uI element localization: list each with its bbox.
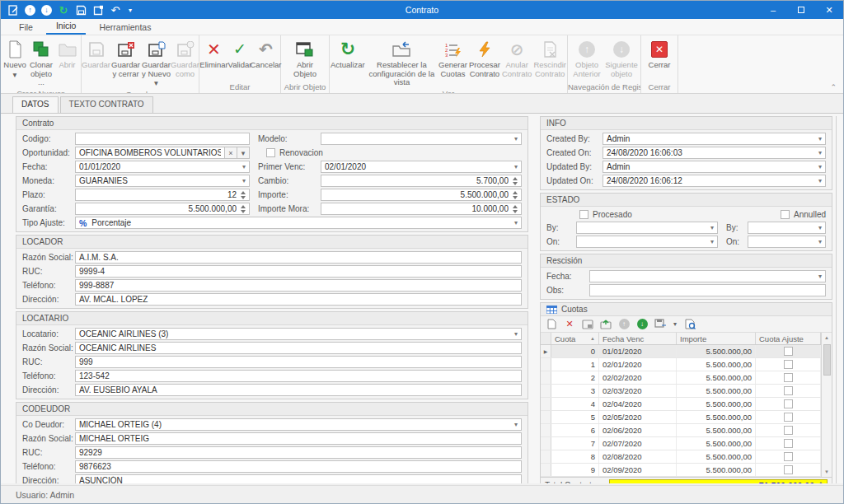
cuota-row[interactable]: 4 02/04/2020 5.500.000,00 bbox=[541, 398, 821, 411]
cuota-row[interactable]: 8 02/08/2020 5.500.000,00 bbox=[541, 450, 821, 464]
locador-ruc-input[interactable]: 9999-4 bbox=[75, 265, 522, 278]
row-selector[interactable] bbox=[541, 358, 551, 371]
cuota-row[interactable]: 7 02/07/2020 5.500.000,00 bbox=[541, 437, 821, 450]
procesado-on-field[interactable]: ▾ bbox=[576, 236, 718, 248]
rescindir-contrato-button[interactable]: Rescindir Contrato bbox=[532, 38, 567, 79]
row-selector[interactable] bbox=[541, 464, 551, 476]
generar-cuotas-button[interactable]: 123 Generar Cuotas bbox=[438, 38, 468, 79]
importe-input[interactable]: 5.500.000,00 bbox=[321, 189, 522, 201]
spinner-icon[interactable] bbox=[513, 191, 518, 199]
move-down-icon[interactable]: ↓ bbox=[635, 318, 649, 331]
updated-by-field[interactable]: Admin▾ bbox=[603, 161, 826, 173]
abrir-button[interactable]: Abrir bbox=[55, 38, 80, 71]
cancelar-button[interactable]: ↶ Cancelar bbox=[252, 38, 279, 71]
annulled-on-field[interactable]: ▾ bbox=[748, 236, 826, 248]
cuota-ajuste-checkbox[interactable] bbox=[784, 465, 793, 474]
row-selector[interactable] bbox=[541, 385, 551, 397]
minimize-button[interactable]: – bbox=[759, 1, 787, 19]
locatario-razon-social-input[interactable]: OCEANIC AIRLINES bbox=[75, 342, 522, 354]
co-deudor-select[interactable]: MICHAEL ORTEIG (4)▾ bbox=[75, 418, 522, 431]
objeto-anterior-button[interactable]: ↑ Objeto Anterior bbox=[570, 38, 604, 79]
scroll-thumb[interactable] bbox=[823, 344, 831, 376]
renovacion-checkbox[interactable] bbox=[266, 148, 275, 157]
new-row-icon[interactable] bbox=[545, 318, 558, 331]
codeudor-telefono-input[interactable]: 9876623 bbox=[75, 460, 522, 473]
locatario-direccion-input[interactable]: AV. EUSEBIO AYALA bbox=[75, 384, 522, 396]
oportunidad-input[interactable]: OFICINA BOMBEROS VOLUNTARIOS - GS 5.5... bbox=[75, 147, 225, 159]
cuota-ajuste-checkbox[interactable] bbox=[784, 386, 793, 395]
locador-telefono-input[interactable]: 999-8887 bbox=[75, 279, 522, 292]
cuota-ajuste-checkbox[interactable] bbox=[784, 373, 793, 382]
cuota-ajuste-checkbox[interactable] bbox=[784, 426, 793, 435]
restablecer-vista-button[interactable]: Restablecer la configuración de la vista bbox=[366, 38, 438, 88]
column-header-cuota[interactable]: Cuota▲ bbox=[551, 333, 599, 344]
cuota-ajuste-checkbox[interactable] bbox=[784, 360, 793, 369]
annulled-checkbox[interactable] bbox=[781, 210, 790, 219]
garantia-input[interactable]: 5.500.000,00 bbox=[75, 203, 250, 215]
abrir-objeto-button[interactable]: Abrir Objeto bbox=[286, 38, 324, 79]
guardar-button[interactable]: Guardar bbox=[82, 38, 110, 71]
row-selector[interactable] bbox=[541, 450, 551, 463]
guardar-y-nuevo-button[interactable]: Guardar y Nuevo ▾ bbox=[141, 38, 171, 89]
eliminar-button[interactable]: ✕ Eliminar bbox=[200, 38, 227, 71]
row-selector[interactable] bbox=[541, 371, 551, 384]
validar-button[interactable]: ✓ Validar bbox=[227, 38, 252, 71]
locatario-select[interactable]: OCEANIC AIRLINES (3)▾ bbox=[75, 328, 522, 340]
scroll-down-icon[interactable]: ▼ bbox=[824, 467, 829, 477]
open-in-window-icon[interactable] bbox=[599, 318, 612, 331]
next-record-icon[interactable]: ↓ bbox=[41, 5, 52, 16]
cuota-row[interactable]: 3 02/03/2020 5.500.000,00 bbox=[541, 385, 821, 398]
cerrar-button[interactable]: ✕ Cerrar bbox=[644, 38, 675, 71]
importe-mora-input[interactable]: 10.000,00 bbox=[321, 203, 522, 215]
annulled-by-field[interactable]: ▾ bbox=[748, 222, 826, 234]
tab-datos[interactable]: DATOS bbox=[12, 96, 59, 113]
spinner-icon[interactable] bbox=[241, 191, 246, 199]
locatario-ruc-input[interactable]: 999 bbox=[75, 356, 522, 368]
ribbon-collapse-icon[interactable]: ⌃ bbox=[830, 83, 837, 91]
scroll-up-icon[interactable]: ▲ bbox=[824, 333, 829, 343]
cuota-ajuste-checkbox[interactable] bbox=[784, 399, 793, 408]
row-selector[interactable]: ▶ bbox=[541, 345, 551, 357]
plazo-input[interactable]: 12 bbox=[75, 189, 250, 201]
menu-inicio[interactable]: Inicio bbox=[46, 19, 87, 35]
cuota-row[interactable]: 6 02/06/2020 5.500.000,00 bbox=[541, 424, 821, 437]
move-up-icon[interactable]: ↑ bbox=[617, 318, 631, 331]
modelo-select[interactable]: ▾ bbox=[321, 133, 522, 145]
menu-herramientas[interactable]: Herramientas bbox=[89, 21, 161, 35]
cuota-row[interactable]: ▶ 0 01/01/2020 5.500.000,00 bbox=[541, 345, 821, 358]
procesado-by-field[interactable]: ▾ bbox=[576, 222, 718, 234]
row-selector[interactable] bbox=[541, 437, 551, 450]
procesar-contrato-button[interactable]: Procesar Contrato bbox=[468, 38, 501, 79]
oportunidad-dropdown-button[interactable]: ▾ bbox=[237, 147, 250, 159]
close-button[interactable]: ✕ bbox=[815, 1, 843, 19]
cambio-input[interactable]: 5.700,00 bbox=[321, 175, 522, 187]
detach-window-icon[interactable] bbox=[581, 318, 594, 331]
export-icon[interactable] bbox=[654, 318, 667, 331]
cuota-ajuste-checkbox[interactable] bbox=[784, 413, 793, 422]
siguiente-objeto-button[interactable]: ↓ Siguiente objeto bbox=[604, 38, 639, 79]
cuota-ajuste-checkbox[interactable] bbox=[784, 452, 793, 461]
cuota-ajuste-checkbox[interactable] bbox=[784, 439, 793, 448]
created-on-field[interactable]: 24/08/2020 16:06:03▾ bbox=[603, 147, 826, 159]
export-dropdown-icon[interactable]: ▾ bbox=[672, 318, 678, 331]
save-new-icon[interactable] bbox=[92, 4, 104, 16]
column-header-cuota-ajuste[interactable]: Cuota Ajuste bbox=[756, 333, 821, 344]
nuevo-button[interactable]: Nuevo ▾ bbox=[2, 38, 28, 80]
restore-button[interactable] bbox=[787, 1, 815, 19]
spinner-icon[interactable] bbox=[818, 482, 823, 484]
delete-row-icon[interactable]: ✕ bbox=[563, 318, 576, 331]
cuota-row[interactable]: 9 02/09/2020 5.500.000,00 bbox=[541, 464, 821, 477]
cuota-row[interactable]: 2 02/02/2020 5.500.000,00 bbox=[541, 371, 821, 385]
codigo-input[interactable] bbox=[75, 133, 250, 145]
codeudor-razon-social-input[interactable]: MICHAEL ORTEIG bbox=[75, 432, 522, 445]
clonar-objeto-button[interactable]: Clonar objeto ... bbox=[28, 38, 55, 88]
menu-file[interactable]: File bbox=[9, 21, 43, 35]
row-selector[interactable] bbox=[541, 424, 551, 436]
edit-document-icon[interactable] bbox=[7, 4, 19, 16]
rescision-obs-field[interactable] bbox=[589, 284, 826, 296]
codeudor-direccion-input[interactable]: ASUNCIÓN bbox=[75, 474, 522, 483]
save-icon[interactable] bbox=[75, 4, 87, 16]
locador-razon-social-input[interactable]: A.I.M. S.A. bbox=[75, 251, 522, 264]
fecha-input[interactable]: 01/01/2020▾ bbox=[75, 161, 250, 173]
tipo-ajuste-select[interactable]: %Porcentaje▾ bbox=[75, 217, 522, 229]
